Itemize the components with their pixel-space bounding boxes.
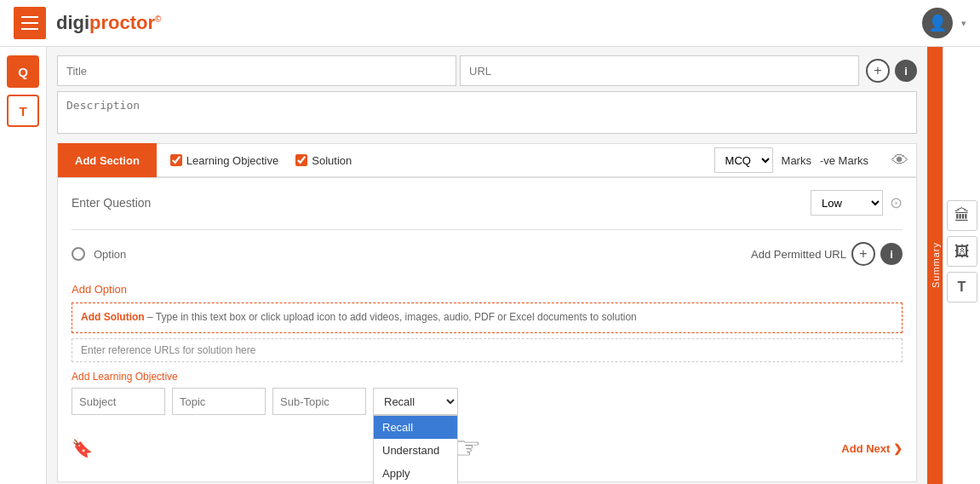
- permitted-url-info-button[interactable]: i: [880, 243, 903, 265]
- add-url-button[interactable]: +: [866, 59, 890, 83]
- negative-marks-label: -ve Marks: [820, 154, 868, 167]
- recall-option-understand[interactable]: Understand: [374, 439, 457, 462]
- solution-box[interactable]: Add Solution – Type in this text box or …: [72, 302, 903, 333]
- top-bar-right: 👤 ▾: [922, 8, 966, 38]
- url-actions: + i: [866, 55, 917, 86]
- logo-sup: ©: [155, 14, 161, 24]
- solution-checkbox-label[interactable]: Solution: [295, 154, 352, 167]
- difficulty-select[interactable]: Low Medium High: [811, 190, 883, 216]
- enter-question-label: Enter Question: [72, 196, 151, 210]
- logo-digi: digi: [56, 12, 89, 33]
- option-label: Option: [94, 248, 126, 261]
- difficulty-info-icon[interactable]: ⊙: [890, 193, 903, 212]
- option-radio[interactable]: [72, 247, 85, 261]
- top-bar: digiproctor© 👤 ▾: [0, 0, 980, 47]
- mcq-select[interactable]: MCQ: [714, 147, 773, 173]
- recall-dropdown-container: Recall Understand Apply Recall Understan…: [373, 388, 458, 415]
- add-permitted-url-label: Add Permitted URL: [751, 248, 846, 261]
- option-row: Option: [72, 247, 126, 261]
- recall-option-recall[interactable]: Recall: [374, 416, 457, 439]
- main-layout: Q T + i Add Section Learning Objective: [0, 47, 980, 484]
- section-bar-right: MCQ Marks -ve Marks: [714, 147, 877, 173]
- avatar-icon: 👤: [928, 14, 947, 32]
- bottom-bar: 🔖 ☞ Add Next ❯: [72, 422, 903, 470]
- url-input[interactable]: [460, 55, 859, 86]
- sidebar-icon-q[interactable]: Q: [7, 55, 39, 88]
- difficulty-row: Low Medium High ⊙: [811, 190, 903, 216]
- image-icon[interactable]: 🖼: [947, 236, 977, 267]
- ref-url-placeholder: Enter reference URLs for solution here: [81, 344, 255, 356]
- summary-label: Summary: [929, 233, 943, 297]
- add-permitted-url-row: Add Permitted URL + i: [751, 242, 903, 266]
- avatar-dropdown-arrow[interactable]: ▾: [961, 18, 966, 29]
- recall-option-apply[interactable]: Apply: [374, 462, 457, 484]
- subtopic-input[interactable]: [272, 388, 366, 415]
- solution-prompt-main: Add Solution: [81, 311, 145, 323]
- section-bar-items: Learning Objective Solution: [157, 154, 714, 167]
- marks-label: Marks: [782, 154, 811, 167]
- hamburger-button[interactable]: [14, 7, 46, 39]
- far-right-panel: 🏛 🖼 T: [943, 47, 980, 484]
- question-header: Enter Question Low Medium High ⊙: [72, 190, 903, 216]
- topic-input[interactable]: [172, 388, 266, 415]
- recall-select[interactable]: Recall Understand Apply: [373, 388, 458, 415]
- learning-objective-label: Learning Objective: [186, 154, 278, 167]
- title-input[interactable]: [57, 55, 456, 86]
- question-container: Enter Question Low Medium High ⊙ Option: [57, 177, 917, 482]
- add-permitted-url-button[interactable]: +: [851, 242, 875, 266]
- ref-url-box[interactable]: Enter reference URLs for solution here: [72, 338, 903, 362]
- content-area: + i Add Section Learning Objective Solut…: [47, 47, 927, 484]
- section-bar: Add Section Learning Objective Solution …: [57, 143, 917, 177]
- logo-proctor: proctor: [89, 12, 155, 33]
- solution-prompt-sub: – Type in this text box or click upload …: [147, 311, 637, 323]
- description-input[interactable]: [57, 91, 917, 134]
- summary-panel[interactable]: Summary: [927, 47, 943, 484]
- bank-icon[interactable]: 🏛: [947, 200, 977, 231]
- bookmark-icon[interactable]: 🔖: [72, 438, 93, 458]
- question-divider: [72, 229, 903, 230]
- url-info-button[interactable]: i: [895, 60, 917, 82]
- text-icon[interactable]: T: [947, 272, 977, 302]
- add-learning-label: Add Learning Objective: [72, 371, 903, 383]
- title-url-row: + i: [57, 55, 917, 86]
- sidebar-icon-t[interactable]: T: [7, 95, 39, 127]
- app-logo: digiproctor©: [56, 12, 161, 34]
- recall-dropdown-overlay: Recall Understand Apply: [373, 415, 458, 484]
- learning-objective-checkbox[interactable]: [170, 154, 182, 166]
- learning-row: Recall Understand Apply Recall Understan…: [72, 388, 903, 415]
- avatar-button[interactable]: 👤: [922, 8, 953, 38]
- solution-label: Solution: [312, 154, 352, 167]
- solution-checkbox[interactable]: [295, 154, 307, 166]
- subject-input[interactable]: [72, 388, 165, 415]
- left-sidebar: Q T: [0, 47, 47, 484]
- add-section-button[interactable]: Add Section: [58, 143, 157, 177]
- add-option-label[interactable]: Add Option: [72, 283, 903, 296]
- learning-objective-checkbox-label[interactable]: Learning Objective: [170, 154, 278, 167]
- add-next-button[interactable]: Add Next ❯: [841, 442, 903, 455]
- eye-icon[interactable]: 👁: [891, 151, 908, 170]
